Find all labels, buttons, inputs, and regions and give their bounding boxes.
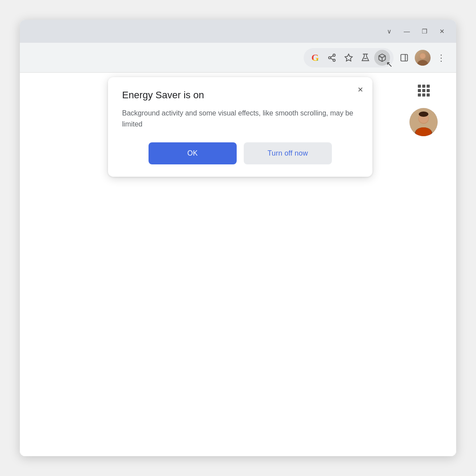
popup-close-button[interactable]: ✕ — [354, 83, 366, 96]
bookmark-button[interactable] — [341, 50, 357, 66]
cursor-icon: ↖ — [386, 60, 393, 69]
share-icon — [327, 53, 336, 62]
sidebar-icon — [400, 53, 409, 62]
browser-window: ∨ — ❐ ✕ G — [20, 20, 456, 456]
svg-point-11 — [420, 53, 425, 59]
page-content: ✕ Energy Saver is on Background activity… — [20, 73, 456, 456]
ok-button[interactable]: OK — [149, 142, 237, 164]
more-options-icon: ⋮ — [437, 52, 446, 63]
svg-line-3 — [331, 58, 333, 60]
star-icon — [344, 53, 353, 62]
google-g-button[interactable]: G — [307, 50, 323, 66]
large-avatar — [409, 108, 438, 136]
svg-marker-5 — [345, 54, 353, 61]
popup-title: Energy Saver is on — [122, 89, 358, 101]
maximize-button[interactable]: ❐ — [417, 24, 431, 38]
energy-saver-icon — [378, 53, 387, 62]
energy-saver-popup: ✕ Energy Saver is on Background activity… — [108, 77, 372, 177]
toolbar: G — [20, 43, 456, 73]
close-icon: ✕ — [357, 86, 363, 94]
flask-icon — [361, 53, 370, 62]
profile-button[interactable] — [415, 50, 431, 66]
popup-description: Background activity and some visual effe… — [122, 108, 358, 130]
title-bar: ∨ — ❐ ✕ — [20, 20, 456, 43]
turn-off-now-button[interactable]: Turn off now — [244, 142, 332, 164]
large-profile-button[interactable] — [409, 108, 438, 136]
toolbar-icon-group: G — [304, 48, 394, 67]
share-button[interactable] — [324, 50, 340, 66]
svg-point-10 — [417, 60, 428, 66]
chevron-down-button[interactable]: ∨ — [382, 24, 396, 38]
experiments-button[interactable] — [357, 50, 373, 66]
minimize-button[interactable]: — — [400, 24, 414, 38]
apps-grid-icon — [418, 85, 430, 97]
avatar — [415, 50, 431, 66]
more-options-button[interactable]: ⋮ — [433, 50, 449, 66]
svg-point-17 — [419, 112, 428, 117]
svg-line-4 — [331, 56, 333, 57]
right-sidebar — [409, 82, 438, 136]
apps-grid-button[interactable] — [415, 82, 432, 99]
close-button[interactable]: ✕ — [435, 24, 449, 38]
google-g-icon: G — [311, 52, 319, 63]
svg-rect-7 — [401, 54, 408, 61]
sidebar-toggle-button[interactable] — [396, 50, 412, 66]
energy-saver-button[interactable]: ↖ — [374, 50, 390, 66]
popup-actions: OK Turn off now — [122, 142, 358, 164]
